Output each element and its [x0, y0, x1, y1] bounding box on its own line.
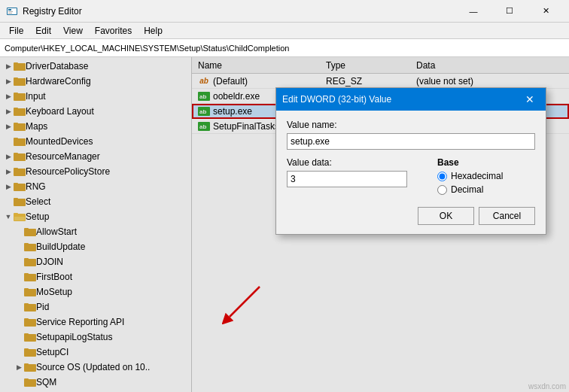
menu-edit[interactable]: Edit: [29, 24, 57, 38]
modal-body: Value name: Value data: Base Hexadecimal: [276, 111, 546, 234]
decimal-radio[interactable]: [437, 185, 447, 195]
svg-rect-2: [8, 9, 11, 11]
address-bar: Computer\HKEY_LOCAL_MACHINE\SYSTEM\Setup…: [0, 39, 569, 57]
modal-title: Edit DWORD (32-bit) Value: [282, 94, 520, 105]
maximize-button[interactable]: ☐: [492, 0, 527, 23]
main-content: ▶ DriverDatabase ▶ HardwareConfig ▶ Inpu…: [0, 57, 569, 392]
base-group: Base Hexadecimal Decimal: [437, 157, 535, 198]
ok-button[interactable]: OK: [418, 207, 474, 225]
value-name-input[interactable]: [287, 133, 535, 150]
svg-rect-4: [8, 13, 12, 14]
hex-radio[interactable]: [437, 172, 447, 181]
value-data-input[interactable]: [287, 171, 407, 187]
app-icon: [6, 5, 18, 17]
value-data-section: Value data:: [287, 157, 428, 187]
svg-rect-3: [8, 11, 13, 12]
base-label: Base: [437, 157, 535, 168]
title-bar: Registry Editor — ☐ ✕: [0, 0, 569, 23]
watermark: wsxdn.com: [528, 382, 566, 390]
modal-title-bar: Edit DWORD (32-bit) Value ✕: [276, 88, 546, 111]
app-title: Registry Editor: [23, 6, 456, 17]
menu-view[interactable]: View: [57, 24, 89, 38]
value-name-label: Value name:: [287, 120, 535, 130]
modal-buttons: OK Cancel: [287, 207, 535, 225]
modal-close-button[interactable]: ✕: [520, 91, 540, 108]
decimal-label: Decimal: [451, 184, 483, 195]
value-data-row: Value data: Base Hexadecimal Decimal: [287, 157, 535, 198]
close-button[interactable]: ✕: [528, 0, 563, 23]
window-controls: — ☐ ✕: [456, 0, 563, 23]
cancel-button[interactable]: Cancel: [479, 207, 535, 225]
modal-overlay: Edit DWORD (32-bit) Value ✕ Value name: …: [0, 57, 569, 392]
minimize-button[interactable]: —: [456, 0, 491, 23]
value-data-label: Value data:: [287, 157, 428, 168]
menu-help[interactable]: Help: [138, 24, 169, 38]
menu-bar: File Edit View Favorites Help: [0, 23, 569, 39]
hexadecimal-option[interactable]: Hexadecimal: [437, 171, 535, 181]
address-path: Computer\HKEY_LOCAL_MACHINE\SYSTEM\Setup…: [5, 44, 289, 53]
hex-label: Hexadecimal: [451, 171, 503, 181]
edit-dword-modal: Edit DWORD (32-bit) Value ✕ Value name: …: [275, 87, 546, 235]
menu-favorites[interactable]: Favorites: [89, 24, 138, 38]
decimal-option[interactable]: Decimal: [437, 184, 535, 195]
menu-file[interactable]: File: [3, 24, 29, 38]
